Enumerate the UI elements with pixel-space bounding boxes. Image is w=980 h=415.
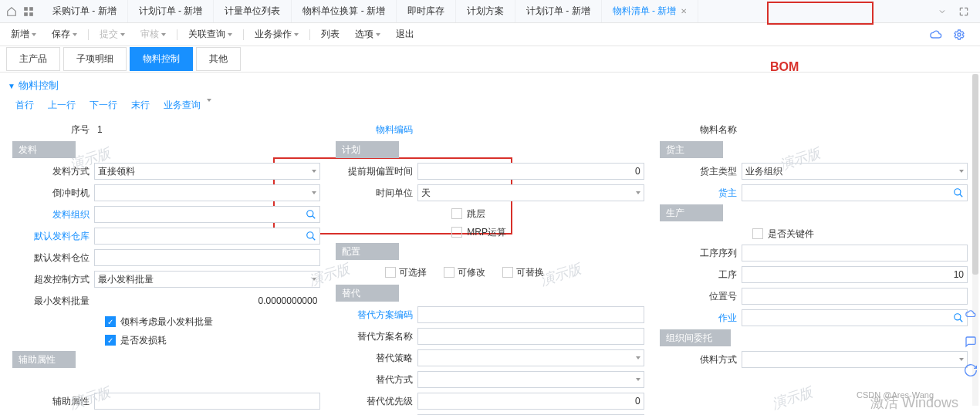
cloud-icon[interactable] — [929, 28, 943, 42]
send-mode-select[interactable]: 直接领料 — [94, 163, 320, 180]
refresh-icon[interactable] — [965, 364, 978, 379]
chevron-down-icon[interactable] — [207, 99, 211, 102]
tab-sub-detail[interactable]: 子项明细 — [63, 47, 127, 71]
option-button[interactable]: 选项 — [350, 28, 385, 41]
aux-input[interactable] — [94, 393, 320, 410]
check-keypart[interactable]: 是否关键件 — [660, 224, 968, 243]
tu-label: 时间单位 — [336, 187, 417, 200]
job-label[interactable]: 作业 — [660, 312, 742, 325]
app-tab-active[interactable]: 物料清单 - 新增✕ — [602, 0, 699, 22]
send-org-label[interactable]: 发料组织 — [12, 208, 94, 221]
nav-prev[interactable]: 上一行 — [48, 99, 76, 112]
submode-label: 替代方式 — [336, 373, 417, 386]
search-icon[interactable] — [953, 187, 964, 201]
app-tab[interactable]: 计量单位列表 — [214, 0, 292, 22]
col-middle: 物料编码 计划 提前期偏置时间0 时间单位天 跳层 MRP运算 配置 可选择 可… — [336, 120, 644, 415]
check-modifiable[interactable]: 可修改 — [444, 266, 485, 279]
add-button[interactable]: 新增 — [6, 28, 41, 41]
collapse-icon[interactable] — [935, 5, 949, 19]
pos-label: 位置号 — [660, 290, 742, 303]
search-icon[interactable] — [306, 209, 316, 222]
lead-input[interactable]: 0 — [417, 163, 644, 180]
home-icon[interactable] — [5, 5, 19, 19]
job-input[interactable] — [742, 309, 968, 326]
check-mrp[interactable]: MRP运算 — [336, 223, 644, 241]
check-selectable[interactable]: 可选择 — [385, 266, 427, 279]
seqno-input[interactable] — [742, 245, 968, 261]
audit-button[interactable]: 审核 — [136, 28, 171, 41]
toolbar: 新增 保存 提交 审核 关联查询 业务操作 列表 选项 退出 — [0, 23, 980, 46]
supply-select[interactable] — [742, 351, 968, 368]
pos-input[interactable] — [742, 288, 968, 305]
submode-select[interactable] — [417, 371, 644, 388]
send-mode-label: 发料方式 — [12, 165, 94, 178]
close-icon[interactable]: ✕ — [681, 7, 687, 15]
over-select[interactable]: 最小发料批量 — [94, 271, 320, 288]
nav-last[interactable]: 末行 — [131, 99, 150, 112]
list-button[interactable]: 列表 — [316, 28, 344, 41]
grid-icon[interactable] — [22, 5, 35, 19]
app-tab[interactable]: 采购订单 - 新增 — [42, 0, 128, 22]
group-prod: 生产 — [660, 204, 723, 221]
gear-icon[interactable] — [952, 28, 966, 42]
min-batch-label: 最小发料批量 — [12, 295, 94, 308]
group-sub: 替代 — [336, 285, 399, 302]
ownertype-select[interactable]: 业务组织 — [742, 163, 968, 180]
svg-point-5 — [307, 211, 313, 217]
nav-bizquery[interactable]: 业务查询 — [164, 99, 201, 112]
owner-input[interactable] — [742, 184, 968, 201]
search-icon[interactable] — [306, 231, 316, 244]
app-tab[interactable]: 物料单位换算 - 新增 — [292, 0, 397, 22]
search-icon[interactable] — [953, 312, 964, 326]
app-tab[interactable]: 即时库存 — [397, 0, 456, 22]
save-button[interactable]: 保存 — [47, 28, 82, 41]
app-tab[interactable]: 计划方案 — [456, 0, 515, 22]
submit-button[interactable]: 提交 — [95, 28, 130, 41]
nav-first[interactable]: 首行 — [15, 99, 34, 112]
def-wh-input[interactable] — [94, 228, 320, 245]
matname-label: 物料名称 — [660, 123, 742, 137]
def-loc-input[interactable] — [94, 249, 320, 266]
group-config: 配置 — [336, 243, 399, 260]
relquery-button[interactable]: 关联查询 — [184, 28, 237, 41]
group-plan: 计划 — [336, 141, 399, 158]
owner-label[interactable]: 货主 — [660, 187, 742, 200]
substrat-select[interactable] — [417, 349, 644, 366]
subcode-input[interactable] — [417, 306, 644, 323]
subcode-label[interactable]: 替代方案编码 — [336, 309, 417, 322]
nav-next[interactable]: 下一行 — [90, 99, 117, 112]
col-left: 序号1 发料 发料方式直接领料 倒冲时机 发料组织 默认发料仓库 默认发料仓位 … — [12, 120, 320, 415]
check-loss[interactable]: ✓是否发损耗 — [12, 331, 320, 349]
app-tab[interactable]: 计划订单 - 新增 — [515, 0, 602, 22]
seqno-label: 工序序列 — [660, 247, 742, 260]
maximize-icon[interactable] — [957, 5, 971, 19]
def-wh-label[interactable]: 默认发料仓库 — [12, 230, 94, 243]
subpri-input[interactable]: 0 — [417, 393, 644, 410]
substrat-label: 替代策略 — [336, 352, 417, 365]
proc-label: 工序 — [660, 268, 742, 282]
lead-label: 提前期偏置时间 — [336, 165, 417, 178]
aux-label: 辅助属性 — [12, 395, 94, 408]
matcode-label[interactable]: 物料编码 — [336, 123, 417, 137]
backflush-select[interactable] — [94, 184, 320, 201]
section-header[interactable]: ▼物料控制 — [0, 73, 980, 96]
cloud-icon[interactable] — [965, 309, 978, 322]
proc-input[interactable]: 10 — [742, 266, 968, 283]
chat-icon[interactable] — [965, 336, 978, 350]
scrollbar-thumb[interactable] — [972, 74, 978, 275]
check-min-batch[interactable]: ✓领料考虑最小发料批量 — [12, 312, 320, 331]
tab-main-product[interactable]: 主产品 — [6, 47, 60, 71]
tu-select[interactable]: 天 — [417, 184, 644, 201]
app-tab[interactable]: 计划订单 - 新增 — [128, 0, 215, 22]
check-skip[interactable]: 跳层 — [336, 204, 644, 223]
exit-button[interactable]: 退出 — [391, 28, 419, 41]
svg-point-11 — [955, 314, 961, 320]
tab-material-control[interactable]: 物料控制 — [130, 47, 193, 71]
bizop-button[interactable]: 业务操作 — [250, 28, 303, 41]
subname-input[interactable] — [417, 328, 644, 345]
tab-other[interactable]: 其他 — [196, 47, 241, 71]
def-loc-label: 默认发料仓位 — [12, 251, 94, 265]
main-tabs: 主产品 子项明细 物料控制 其他 — [0, 46, 980, 73]
check-replaceable[interactable]: 可替换 — [502, 266, 544, 279]
send-org-input[interactable] — [94, 206, 320, 223]
